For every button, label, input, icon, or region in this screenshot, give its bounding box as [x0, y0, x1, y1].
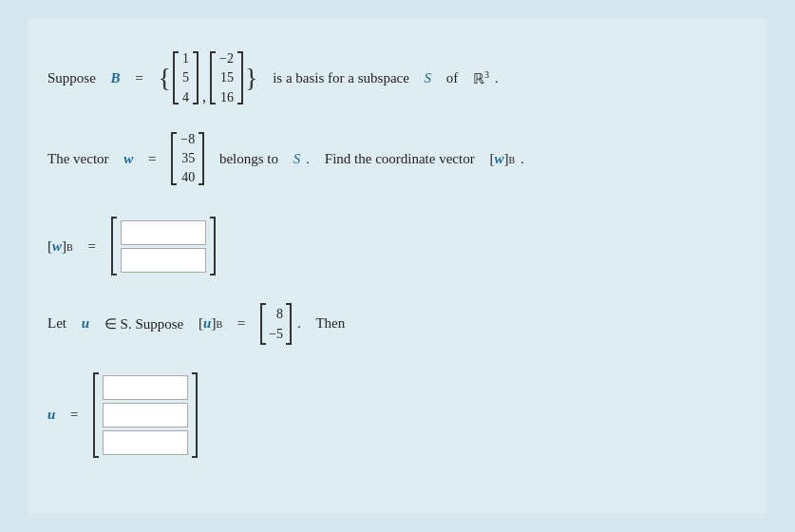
- equals-3: =: [87, 238, 95, 255]
- of-label: of: [446, 70, 459, 86]
- answer-u-input-2[interactable]: [103, 403, 188, 428]
- answer-wB-sub: B: [66, 242, 73, 253]
- w-entries: −8 35 40: [177, 128, 199, 190]
- bracket-r-w: [199, 132, 204, 185]
- equals-2: =: [148, 151, 156, 167]
- B-label: B: [111, 70, 121, 86]
- basis-vector-2: −2 15 16: [210, 48, 243, 109]
- v2-e1: −2: [219, 49, 234, 68]
- suppose-section: Suppose B = { 1 5 4 ,: [47, 48, 748, 109]
- v1-entries: 1 5 4: [179, 48, 193, 109]
- period-4: .: [297, 315, 301, 332]
- R3-sup: 3: [484, 69, 489, 80]
- uB-sub: B: [216, 319, 222, 330]
- answer-wB-w: w: [52, 238, 62, 255]
- v2-entries: −2 15 16: [216, 48, 237, 109]
- v1-e2: 5: [182, 68, 189, 87]
- the-vector-label: The vector: [47, 151, 109, 167]
- let-u-section: Let u ∈ S. Suppose [u]B = 8 −5 .: [47, 303, 748, 345]
- wB-label: [w]B: [489, 151, 515, 167]
- basis-vector-1: 1 5 4: [173, 48, 199, 109]
- answer-wB-vector: [111, 217, 216, 276]
- answer-u-input-3[interactable]: [103, 430, 188, 455]
- v1-e1: 1: [182, 49, 189, 68]
- equals-4: =: [237, 315, 245, 332]
- uB-label: [u]B: [199, 315, 222, 332]
- answer-u-entries: [99, 371, 192, 459]
- vector-w-row: The vector w = −8 35 40 belongs to S .: [47, 128, 748, 190]
- uB-vector: 8 −5: [260, 303, 292, 345]
- w-e3: 40: [181, 168, 195, 187]
- S-label-1: S: [425, 70, 432, 86]
- equals-5: =: [70, 407, 78, 423]
- wB-sub: B: [508, 155, 515, 165]
- belongs-to-label: belongs to: [219, 151, 278, 167]
- vector-w-section: The vector w = −8 35 40 belongs to S .: [47, 128, 748, 190]
- comma-1: ,: [202, 88, 206, 105]
- basis-set: { 1 5 4 , −2 15: [159, 48, 258, 109]
- basis-desc: is a basis for a subspace: [273, 70, 409, 86]
- suppose-row: Suppose B = { 1 5 4 ,: [47, 48, 748, 109]
- bracket-r-2: [237, 51, 243, 104]
- uB-e1: 8: [276, 304, 283, 324]
- u-label-2: u: [47, 407, 55, 423]
- in-S-label: ∈ S. Suppose: [104, 315, 183, 332]
- answer-wB-section: [w]B =: [47, 209, 748, 284]
- w-e2: 35: [181, 149, 195, 168]
- v2-e3: 16: [220, 88, 234, 107]
- answer-u-input-1[interactable]: [103, 375, 188, 400]
- close-curly: }: [245, 65, 257, 91]
- u-label-1: u: [82, 315, 89, 332]
- let-label: Let: [47, 315, 66, 332]
- bracket-r-au: [192, 372, 198, 458]
- uB-u: u: [203, 315, 211, 332]
- v1-e3: 4: [182, 88, 189, 107]
- answer-u-section: u =: [47, 364, 748, 466]
- answer-wB-input-1[interactable]: [121, 220, 206, 245]
- bracket-r-1: [193, 51, 199, 104]
- w-e1: −8: [180, 130, 195, 149]
- equals-1: =: [135, 70, 142, 86]
- suppose-label: Suppose: [47, 70, 96, 86]
- answer-wB-row: [w]B =: [47, 209, 748, 284]
- uB-entries: 8 −5: [266, 304, 286, 344]
- answer-u-row: u =: [47, 364, 748, 466]
- page-content: Suppose B = { 1 5 4 ,: [28, 19, 767, 513]
- w-label: w: [123, 151, 133, 167]
- wB-w: w: [494, 151, 503, 167]
- let-u-row: Let u ∈ S. Suppose [u]B = 8 −5 .: [47, 303, 748, 345]
- period-3: .: [521, 151, 524, 167]
- answer-wB-label: [w]B: [47, 238, 73, 255]
- period-2: .: [306, 151, 310, 167]
- bracket-r-awB: [210, 217, 216, 276]
- S-label-2: S: [293, 151, 301, 167]
- v2-e2: 15: [220, 68, 234, 87]
- find-label: Find the coordinate vector: [325, 151, 475, 167]
- period-1: .: [495, 70, 499, 86]
- then-label: Then: [315, 315, 345, 332]
- answer-u-vector: [93, 371, 198, 459]
- answer-wB-entries: [117, 217, 210, 276]
- open-curly: {: [159, 65, 171, 91]
- answer-wB-input-2[interactable]: [121, 248, 206, 273]
- w-vector: −8 35 40: [171, 128, 204, 190]
- uB-e2: −5: [269, 324, 283, 344]
- R3-label: ℝ3: [473, 69, 489, 87]
- bracket-r-uB: [286, 303, 292, 345]
